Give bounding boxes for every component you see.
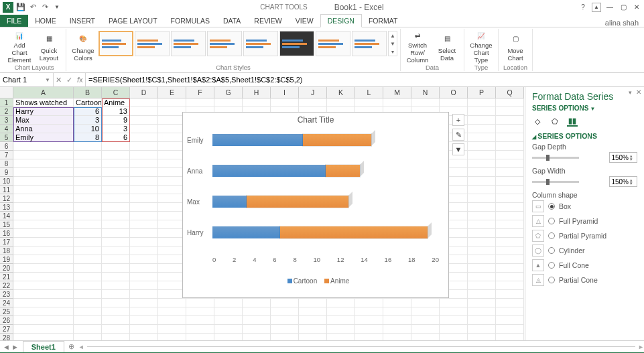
cell[interactable] xyxy=(299,98,327,107)
cell[interactable] xyxy=(186,98,214,107)
cell[interactable] xyxy=(271,299,299,307)
cell[interactable] xyxy=(468,290,496,299)
cell[interactable]: Shows watched xyxy=(13,98,74,107)
cell[interactable] xyxy=(496,264,524,273)
col-header-F[interactable]: F xyxy=(186,87,214,98)
cell[interactable] xyxy=(102,203,130,212)
switch-row-column-button[interactable]: ⇄Switch Row/ Column xyxy=(403,29,432,64)
cell[interactable] xyxy=(496,220,524,229)
tab-formulas[interactable]: FORMULAS xyxy=(164,15,216,27)
redo-icon[interactable]: ↷ xyxy=(40,3,50,12)
chart-styles-more[interactable]: ▲▼▾ xyxy=(388,31,397,56)
qat-more-icon[interactable]: ▼ xyxy=(52,3,62,12)
cell[interactable] xyxy=(271,98,299,107)
cell[interactable] xyxy=(214,98,243,107)
cell[interactable] xyxy=(468,325,496,334)
row-header[interactable]: 24 xyxy=(0,299,13,307)
chart-style-8[interactable] xyxy=(352,31,387,56)
restore-icon[interactable]: ▢ xyxy=(619,3,628,12)
cell[interactable] xyxy=(411,299,440,307)
cell[interactable]: 9 xyxy=(102,116,130,125)
cell[interactable] xyxy=(102,264,130,273)
cell[interactable] xyxy=(102,186,130,194)
shape-radio[interactable] xyxy=(548,218,555,224)
cell[interactable] xyxy=(271,334,299,340)
cell[interactable] xyxy=(411,316,440,325)
pane-pin-icon[interactable]: ▾ xyxy=(629,89,632,96)
shape-radio[interactable] xyxy=(548,277,555,283)
cell[interactable] xyxy=(74,264,102,273)
cell[interactable] xyxy=(496,212,524,220)
cell[interactable] xyxy=(271,325,299,334)
cell[interactable] xyxy=(468,334,496,340)
select-all-corner[interactable] xyxy=(0,87,13,98)
cell[interactable] xyxy=(468,281,496,290)
cell[interactable] xyxy=(468,194,496,203)
cell[interactable]: Anime xyxy=(102,98,130,107)
sheet-nav-prev[interactable]: ◄ xyxy=(3,343,10,351)
row-header[interactable]: 11 xyxy=(0,186,13,194)
formula-input[interactable]: =SERIES(Sheet1!$C$1,Sheet1!$A$2:$A$5,She… xyxy=(86,73,644,86)
row-header[interactable]: 7 xyxy=(0,151,13,159)
cell[interactable] xyxy=(130,290,158,299)
cell[interactable] xyxy=(102,220,130,229)
chart-style-5[interactable] xyxy=(243,31,278,56)
cell[interactable] xyxy=(13,334,74,340)
fill-line-icon[interactable]: ◇ xyxy=(532,116,543,127)
cell[interactable] xyxy=(468,125,496,133)
col-header-P[interactable]: P xyxy=(468,87,496,98)
chart-filters-button[interactable]: ▼ xyxy=(452,143,464,155)
cell[interactable]: Max xyxy=(13,116,74,125)
cell[interactable] xyxy=(440,325,468,334)
cell[interactable] xyxy=(468,299,496,307)
cell[interactable] xyxy=(411,325,440,334)
cell[interactable] xyxy=(186,307,214,316)
chart-styles-gallery[interactable]: ▲▼▾ xyxy=(99,29,397,56)
cell[interactable] xyxy=(13,177,74,186)
chart-object[interactable]: Chart Title Emily Anna Max Harry 0246810… xyxy=(182,112,449,298)
cell[interactable] xyxy=(327,325,355,334)
cell[interactable] xyxy=(496,194,524,203)
cell[interactable] xyxy=(102,168,130,177)
col-header-C[interactable]: C xyxy=(102,87,130,98)
cell[interactable] xyxy=(496,281,524,290)
cell[interactable] xyxy=(299,299,327,307)
cell[interactable] xyxy=(299,316,327,325)
row-header[interactable]: 21 xyxy=(0,273,13,281)
cell[interactable] xyxy=(468,307,496,316)
cell[interactable] xyxy=(130,246,158,255)
cell[interactable] xyxy=(102,299,130,307)
cell[interactable] xyxy=(496,273,524,281)
row-header[interactable]: 28 xyxy=(0,334,13,340)
cell[interactable] xyxy=(130,142,158,151)
cell[interactable] xyxy=(299,325,327,334)
cell[interactable] xyxy=(130,203,158,212)
cell[interactable] xyxy=(271,307,299,316)
cell[interactable] xyxy=(496,334,524,340)
col-header-O[interactable]: O xyxy=(440,87,468,98)
chart-legend[interactable]: Cartoon Anime xyxy=(183,275,448,287)
col-header-E[interactable]: E xyxy=(158,87,186,98)
shape-radio[interactable] xyxy=(548,247,555,254)
col-header-D[interactable]: D xyxy=(130,87,158,98)
cell[interactable] xyxy=(440,299,468,307)
cell[interactable] xyxy=(74,316,102,325)
cell[interactable] xyxy=(440,334,468,340)
tab-home[interactable]: HOME xyxy=(28,15,63,27)
row-header[interactable]: 2 xyxy=(0,107,13,116)
cell[interactable] xyxy=(158,98,186,107)
row-header[interactable]: 4 xyxy=(0,125,13,133)
cell[interactable] xyxy=(214,316,243,325)
cell[interactable] xyxy=(243,316,271,325)
cell[interactable] xyxy=(130,133,158,142)
cell[interactable] xyxy=(130,255,158,264)
cancel-formula-icon[interactable]: ✕ xyxy=(56,76,62,84)
cell[interactable] xyxy=(158,325,186,334)
cell[interactable] xyxy=(411,98,440,107)
cell[interactable] xyxy=(214,299,243,307)
cell[interactable] xyxy=(468,133,496,142)
bar-segment-cartoon[interactable] xyxy=(212,196,247,208)
row-header[interactable]: 12 xyxy=(0,194,13,203)
cell[interactable] xyxy=(13,194,74,203)
section-series-options[interactable]: SERIES OPTIONS xyxy=(532,132,637,140)
